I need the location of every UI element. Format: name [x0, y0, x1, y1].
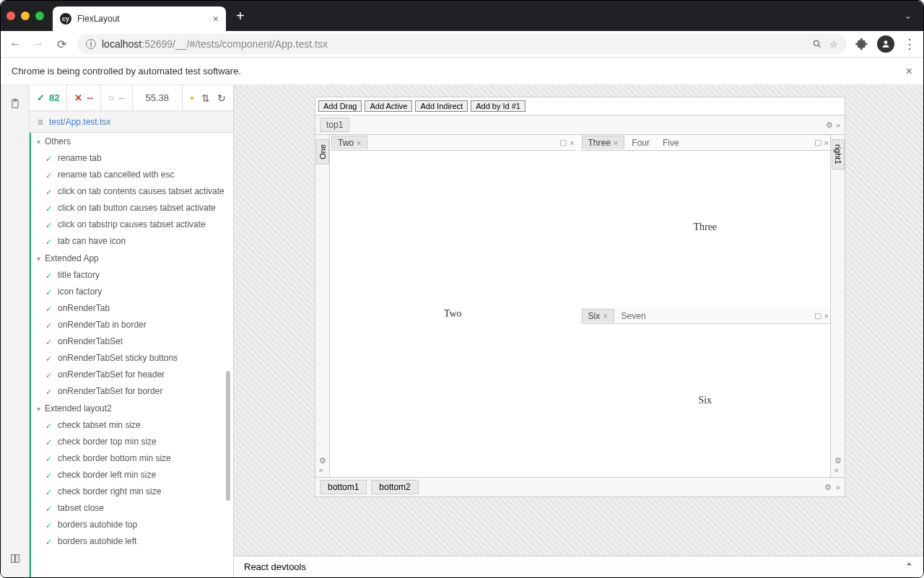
- site-info-icon[interactable]: i: [86, 39, 96, 49]
- tab-six-close-icon[interactable]: ×: [603, 312, 607, 320]
- test-group[interactable]: ▾Extended layout2: [30, 400, 233, 417]
- tab-three-close-icon[interactable]: ×: [614, 139, 618, 147]
- border-top-item[interactable]: top1: [320, 118, 349, 132]
- test-item[interactable]: ✓title factory: [30, 267, 233, 284]
- tab-content-two[interactable]: Two: [330, 151, 576, 477]
- test-item[interactable]: ✓rename tab: [30, 150, 233, 167]
- test-list[interactable]: ▾Others✓rename tab✓rename tab cancelled …: [30, 133, 233, 577]
- new-tab-button[interactable]: +: [236, 8, 245, 25]
- border-left[interactable]: One ⚙»: [315, 135, 330, 477]
- border-right-item[interactable]: right1: [832, 139, 845, 170]
- tabset-maximize-icon[interactable]: ▢: [559, 138, 567, 147]
- test-item[interactable]: ✓check tabset min size: [30, 417, 233, 434]
- tab-content-six[interactable]: Six: [580, 324, 831, 477]
- test-item[interactable]: ✓borders autohide left: [30, 533, 233, 550]
- tab-two-close-icon[interactable]: ×: [357, 139, 361, 147]
- nav-reload-button[interactable]: ⟳: [54, 38, 69, 51]
- test-item[interactable]: ✓tab can have icon: [30, 233, 233, 250]
- devtools-bar[interactable]: React devtools ⌃: [234, 556, 923, 577]
- rerun-icon[interactable]: ↻: [217, 92, 226, 104]
- add-by-id-button[interactable]: Add by Id #1: [471, 100, 526, 112]
- gear-icon[interactable]: ⚙: [824, 483, 832, 492]
- tabset-close-icon[interactable]: ×: [824, 139, 829, 147]
- tabstrip-bottom-right[interactable]: Six × Seven ▢ ×: [580, 308, 831, 324]
- add-active-button[interactable]: Add Active: [365, 100, 412, 112]
- test-group[interactable]: ▾Others: [30, 133, 233, 150]
- tabs-dropdown-icon[interactable]: ⌄: [905, 11, 912, 21]
- test-item[interactable]: ✓click on tab contents causes tabset act…: [30, 183, 233, 200]
- sort-icon[interactable]: ⇅: [201, 92, 210, 104]
- tab-three[interactable]: Three ×: [582, 136, 625, 149]
- automation-banner-close-icon[interactable]: ×: [906, 65, 912, 78]
- devtools-collapse-icon[interactable]: ⌃: [905, 561, 913, 572]
- test-item[interactable]: ✓click on tab button causes tabset activ…: [30, 200, 233, 216]
- browser-menu-icon[interactable]: ⋮: [903, 36, 916, 52]
- test-item[interactable]: ✓onRenderTabSet sticky buttons: [30, 350, 233, 367]
- fail-x-icon: ✕: [74, 92, 82, 103]
- tabset-close-icon[interactable]: ×: [824, 312, 829, 320]
- test-pass-check-icon: ✓: [45, 338, 52, 347]
- browser-tab[interactable]: cy FlexLayout ×: [53, 6, 226, 31]
- border-right[interactable]: right1 ⚙»: [830, 135, 845, 477]
- test-item[interactable]: ✓check border right min size: [30, 483, 233, 500]
- profile-avatar-icon[interactable]: [877, 35, 894, 53]
- rail-clipboard-icon[interactable]: [9, 98, 21, 110]
- test-item[interactable]: ✓check border left min size: [30, 467, 233, 483]
- nav-back-button[interactable]: ←: [8, 38, 22, 51]
- tab-close-icon[interactable]: ×: [213, 13, 219, 25]
- zoom-icon[interactable]: [812, 39, 822, 49]
- test-item[interactable]: ✓rename tab cancelled with esc: [30, 167, 233, 183]
- test-item[interactable]: ✓onRenderTab in border: [30, 317, 233, 333]
- sidebar-file-row[interactable]: 🗎 test/App.test.tsx: [30, 111, 233, 133]
- border-bottom-item-2[interactable]: bottom2: [371, 480, 418, 494]
- tabstrip-left[interactable]: Two × ▢ ×: [330, 135, 576, 151]
- scrollbar-thumb[interactable]: [226, 371, 230, 501]
- overflow-icon[interactable]: »: [836, 483, 840, 491]
- tab-six[interactable]: Six ×: [582, 309, 614, 323]
- tabstrip-top-right[interactable]: Three × Four Five: [580, 135, 831, 151]
- border-bottom-item-1[interactable]: bottom1: [320, 480, 367, 494]
- tab-five[interactable]: Five: [657, 136, 685, 149]
- tabset-maximize-icon[interactable]: ▢: [814, 311, 821, 320]
- test-item[interactable]: ✓onRenderTabSet for header: [30, 367, 233, 383]
- add-indirect-button[interactable]: Add Indirect: [415, 100, 468, 112]
- tabset-top-right: Three × Four Five: [580, 135, 831, 304]
- extensions-icon[interactable]: [855, 38, 868, 51]
- overflow-icon[interactable]: »: [836, 121, 840, 130]
- border-right-overflow-icon[interactable]: ⚙»: [834, 456, 842, 474]
- add-drag-button[interactable]: Add Drag: [318, 100, 362, 112]
- window-close-button[interactable]: [6, 12, 15, 20]
- test-item[interactable]: ✓check border top min size: [30, 434, 233, 450]
- window-minimize-button[interactable]: [21, 12, 30, 20]
- tab-two[interactable]: Two ×: [331, 136, 367, 149]
- test-group[interactable]: ▾Extended App: [30, 250, 233, 267]
- tab-content-three[interactable]: Three: [580, 151, 831, 304]
- test-item[interactable]: ✓icon factory: [30, 284, 233, 300]
- test-item[interactable]: ✓onRenderTabSet for border: [30, 383, 233, 400]
- test-item[interactable]: ✓check border bottom min size: [30, 450, 233, 467]
- pass-check-icon: ✓: [37, 92, 45, 103]
- url-field[interactable]: i localhost:52699/__/#/tests/component/A…: [77, 34, 847, 54]
- svg-point-0: [814, 40, 819, 45]
- test-item[interactable]: ✓borders autohide top: [30, 517, 233, 533]
- rail-book-icon[interactable]: [9, 553, 21, 564]
- test-item[interactable]: ✓onRenderTab: [30, 300, 233, 317]
- test-item[interactable]: ✓click on tabstrip causes tabset activat…: [30, 216, 233, 233]
- test-item[interactable]: ✓onRenderTabSet: [30, 333, 233, 350]
- tabset-maximize-icon[interactable]: ▢: [814, 138, 821, 147]
- border-left-item[interactable]: One: [316, 139, 329, 165]
- tab-seven[interactable]: Seven: [616, 310, 652, 323]
- bookmark-icon[interactable]: ☆: [829, 39, 838, 50]
- border-bottom[interactable]: bottom1 bottom2 ⚙ »: [315, 477, 845, 496]
- test-item[interactable]: ✓tabset close: [30, 500, 233, 517]
- nav-forward-button[interactable]: →: [31, 38, 45, 51]
- border-left-overflow-icon[interactable]: ⚙»: [319, 456, 326, 474]
- border-top[interactable]: top1 ⚙ »: [315, 115, 845, 135]
- file-link[interactable]: test/App.test.tsx: [49, 117, 110, 127]
- window-maximize-button[interactable]: [35, 12, 44, 20]
- tabset-close-icon[interactable]: ×: [570, 139, 574, 147]
- gear-icon[interactable]: ⚙: [826, 121, 833, 130]
- test-name: rename tab cancelled with esc: [58, 170, 226, 180]
- tab-four[interactable]: Four: [626, 136, 655, 149]
- test-name: onRenderTab in border: [58, 320, 226, 330]
